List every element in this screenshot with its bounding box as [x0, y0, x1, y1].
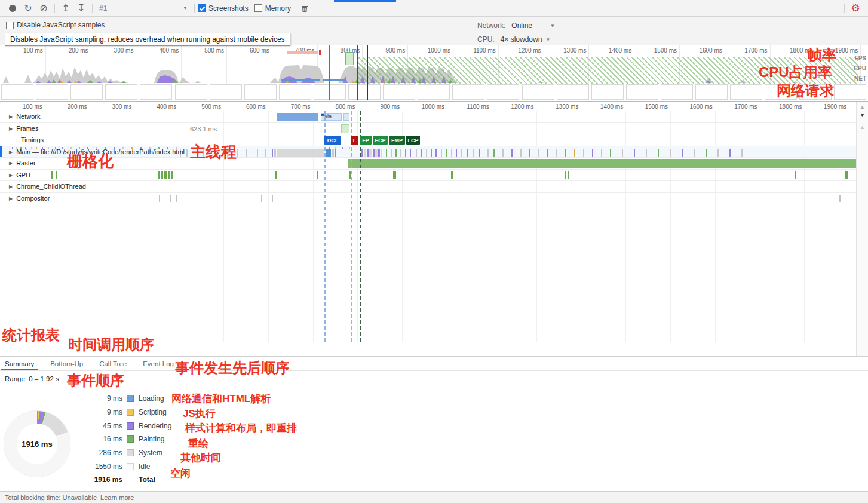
- main-thread-task[interactable]: [729, 149, 731, 157]
- main-thread-task[interactable]: [332, 149, 334, 157]
- screenshot-frame[interactable]: [70, 84, 103, 100]
- frame-marker[interactable]: [341, 124, 349, 133]
- disable-js-samples-checkbox[interactable]: [6, 22, 14, 29]
- screenshot-frame[interactable]: [348, 84, 381, 100]
- track-chrome-childiothread[interactable]: ▶Chrome_ChildIOThread: [0, 181, 856, 193]
- main-thread-task[interactable]: [583, 149, 584, 157]
- timeline-overview[interactable]: 100 ms200 ms300 ms400 ms500 ms600 ms700 …: [0, 45, 868, 102]
- screenshot-frame[interactable]: [730, 84, 762, 100]
- track-chrome-childiothread-label[interactable]: ▶Chrome_ChildIOThread: [9, 183, 86, 190]
- main-thread-task[interactable]: [706, 149, 707, 157]
- screenshot-frame[interactable]: [799, 84, 832, 100]
- screenshot-frame[interactable]: [140, 84, 172, 100]
- track-main[interactable]: ▶Main — file:///D:/study/js/writeCode/re…: [0, 146, 856, 158]
- save-profile-button[interactable]: ↧: [73, 1, 89, 16]
- gpu-task-bar[interactable]: [168, 171, 170, 179]
- main-thread-task[interactable]: [435, 149, 437, 157]
- main-thread-task[interactable]: [373, 149, 375, 157]
- main-thread-task[interactable]: [467, 149, 468, 157]
- screenshot-frame[interactable]: [279, 84, 311, 100]
- gpu-task-bar[interactable]: [568, 171, 569, 179]
- main-thread-task[interactable]: [215, 149, 216, 157]
- main-thread-task[interactable]: [634, 149, 635, 157]
- learn-more-link[interactable]: Learn more: [100, 494, 134, 501]
- screenshot-frame[interactable]: [1, 84, 33, 100]
- memory-checkbox[interactable]: [254, 4, 262, 12]
- disclosure-arrow-icon[interactable]: ▶: [9, 161, 13, 167]
- disclosure-arrow-icon[interactable]: ▶: [9, 173, 13, 179]
- main-thread-task[interactable]: [456, 149, 457, 157]
- gpu-task-bar[interactable]: [158, 171, 160, 179]
- main-thread-task[interactable]: [246, 149, 247, 157]
- screenshot-frame[interactable]: [695, 84, 728, 100]
- main-thread-task[interactable]: [565, 149, 566, 157]
- main-thread-task[interactable]: [272, 149, 273, 157]
- track-compositor[interactable]: ▶Compositor: [0, 193, 856, 205]
- gpu-task-bar[interactable]: [451, 171, 453, 179]
- main-thread-task[interactable]: [410, 149, 411, 157]
- gpu-task-bar[interactable]: [565, 171, 566, 179]
- profile-select[interactable]: #1 ▼: [96, 4, 191, 13]
- main-thread-task[interactable]: [421, 149, 422, 157]
- main-thread-task[interactable]: [265, 149, 266, 157]
- main-thread-task[interactable]: [186, 149, 188, 157]
- screenshot-frame[interactable]: [765, 84, 797, 100]
- main-thread-task[interactable]: [658, 149, 659, 157]
- tab-event-log[interactable]: Event Log: [143, 357, 174, 370]
- compositor-task-bar[interactable]: [261, 195, 262, 202]
- main-thread-task[interactable]: [487, 149, 489, 157]
- compositor-task-bar[interactable]: [176, 195, 177, 202]
- gpu-task-bar[interactable]: [164, 171, 167, 179]
- gpu-task-bar[interactable]: [317, 171, 318, 179]
- main-thread-task[interactable]: [622, 149, 623, 157]
- main-thread-task[interactable]: [601, 149, 602, 157]
- main-thread-task[interactable]: [538, 149, 539, 157]
- delete-recording-button[interactable]: [297, 1, 312, 16]
- cpu-select[interactable]: 4× slowdown: [501, 35, 542, 44]
- main-thread-task[interactable]: [694, 149, 695, 157]
- screenshot-frame[interactable]: [105, 84, 137, 100]
- main-thread-task[interactable]: [461, 149, 462, 157]
- screenshot-frame[interactable]: [175, 84, 207, 100]
- gpu-task-bar[interactable]: [171, 171, 173, 179]
- chevron-down-icon[interactable]: ▼: [545, 37, 550, 42]
- main-thread-task[interactable]: [386, 149, 387, 157]
- main-thread-task[interactable]: [203, 149, 204, 157]
- main-thread-task[interactable]: [395, 149, 397, 157]
- raster-task-bar[interactable]: [348, 159, 856, 168]
- main-thread-task[interactable]: [391, 149, 392, 157]
- main-thread-task[interactable]: [426, 149, 427, 157]
- disclosure-arrow-icon[interactable]: ▶: [9, 114, 13, 120]
- track-frames[interactable]: ▶Frames 623.1 ms: [0, 123, 856, 135]
- load-profile-button[interactable]: ↥: [58, 1, 73, 16]
- main-thread-task[interactable]: [237, 149, 238, 157]
- main-thread-task[interactable]: [274, 149, 276, 157]
- main-thread-task[interactable]: [670, 149, 671, 157]
- compositor-task-bar[interactable]: [272, 195, 273, 202]
- main-thread-task[interactable]: [511, 149, 513, 157]
- main-thread-task[interactable]: [547, 149, 548, 157]
- compositor-task-bar[interactable]: [159, 195, 160, 202]
- track-gpu[interactable]: ▶GPU: [0, 170, 856, 182]
- screenshot-frame[interactable]: [452, 84, 484, 100]
- gpu-task-bar[interactable]: [161, 171, 163, 179]
- screenshots-checkbox[interactable]: [198, 4, 206, 12]
- track-main-label[interactable]: ▶Main — file:///D:/study/js/writeCode/re…: [9, 148, 185, 155]
- screenshot-frame[interactable]: [418, 84, 450, 100]
- track-raster-label[interactable]: ▶Raster: [9, 160, 36, 167]
- disclosure-arrow-icon[interactable]: ▶: [9, 196, 13, 202]
- track-compositor-label[interactable]: ▶Compositor: [9, 195, 50, 202]
- main-thread-task[interactable]: [378, 149, 380, 157]
- screenshot-frame[interactable]: [557, 84, 589, 100]
- main-thread-task[interactable]: [529, 149, 530, 157]
- main-thread-task[interactable]: [369, 149, 372, 157]
- timing-badge-dcl[interactable]: DCL: [324, 136, 341, 145]
- screenshot-frame[interactable]: [591, 84, 624, 100]
- gpu-task-bar[interactable]: [275, 171, 277, 179]
- gpu-task-bar[interactable]: [393, 171, 396, 179]
- screenshot-frame[interactable]: [487, 84, 519, 100]
- track-network-label[interactable]: ▶Network: [9, 113, 41, 120]
- main-thread-task[interactable]: [451, 149, 452, 157]
- timeline-scrollbar[interactable]: ▲ ▼ ▲: [856, 102, 868, 356]
- main-thread-task[interactable]: [416, 149, 417, 157]
